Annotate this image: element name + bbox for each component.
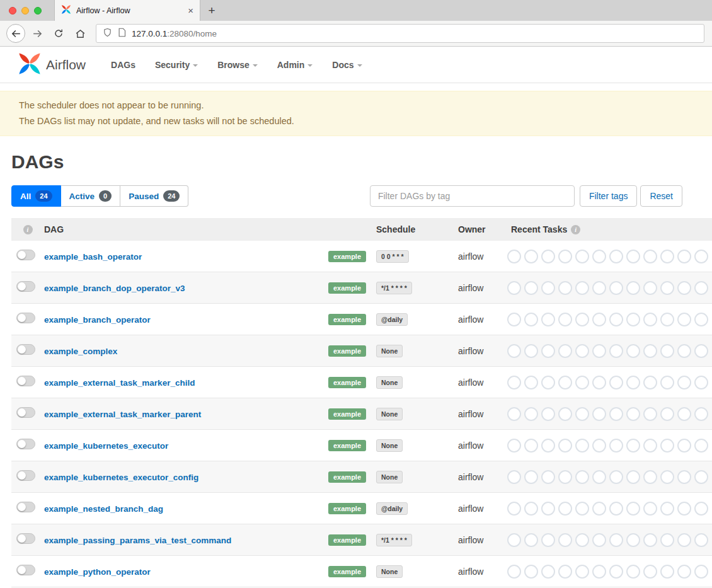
dag-tag-cell: example: [306, 313, 369, 325]
task-state-circle: [507, 344, 521, 358]
task-state-circle: [694, 502, 708, 516]
dag-tag-badge[interactable]: example: [328, 566, 366, 577]
task-state-circle: [694, 439, 708, 453]
tab-count-badge: 24: [163, 190, 180, 202]
tab-active[interactable]: Active 0: [61, 185, 121, 207]
app-header: Airflow DAGs Security Browse Admin Docs: [0, 47, 712, 83]
dag-link[interactable]: example_python_operator: [44, 567, 151, 577]
shield-icon[interactable]: [103, 28, 112, 39]
dag-pause-toggle[interactable]: [16, 376, 35, 386]
dag-name-cell: example_branch_operator: [44, 314, 306, 325]
task-state-circle: [575, 439, 589, 453]
forward-button[interactable]: [28, 24, 47, 43]
dag-tag-badge[interactable]: example: [328, 251, 366, 262]
page-info-icon[interactable]: [118, 28, 126, 39]
browser-tab[interactable]: Airflow - Airflow ×: [54, 0, 200, 21]
dag-pause-toggle[interactable]: [16, 344, 35, 355]
dag-tag-cell: example: [306, 502, 369, 514]
task-state-circle: [643, 565, 657, 579]
recent-tasks-cell: [507, 344, 712, 358]
banner-line-2: The DAGs list may not update, and new ta…: [19, 113, 693, 129]
info-icon[interactable]: i: [23, 225, 33, 234]
dag-link[interactable]: example_kubernetes_executor: [44, 441, 168, 451]
dag-tag-badge[interactable]: example: [328, 408, 366, 420]
nav-item-label: Admin: [277, 60, 305, 70]
dag-link[interactable]: example_external_task_marker_child: [44, 378, 195, 388]
dag-link[interactable]: example_nested_branch_dag: [44, 504, 163, 514]
task-state-circle: [609, 533, 623, 547]
dag-link[interactable]: example_passing_params_via_test_command: [44, 536, 231, 545]
dag-tag-badge[interactable]: example: [328, 534, 366, 546]
info-icon[interactable]: i: [571, 225, 580, 234]
task-state-circle: [507, 407, 521, 421]
nav-item-docs[interactable]: Docs: [332, 60, 362, 70]
tab-count-badge: 0: [99, 190, 112, 202]
dag-link[interactable]: example_bash_operator: [44, 252, 142, 262]
close-window-button[interactable]: [9, 7, 16, 14]
dag-link[interactable]: example_branch_operator: [44, 315, 151, 325]
dag-link[interactable]: example_branch_dop_operator_v3: [44, 284, 185, 293]
url-bar[interactable]: 127.0.0.1:28080/home: [96, 24, 704, 43]
dag-link[interactable]: example_kubernetes_executor_config: [44, 473, 198, 482]
recent-tasks-cell: [507, 281, 712, 295]
dag-name-cell: example_kubernetes_executor_config: [44, 471, 306, 483]
dag-tag-badge[interactable]: example: [328, 314, 366, 325]
close-tab-icon[interactable]: ×: [188, 5, 193, 16]
dag-pause-toggle[interactable]: [16, 407, 35, 418]
dag-toggle-cell: [11, 313, 44, 326]
reset-button[interactable]: Reset: [640, 185, 682, 207]
owner-cell: airflow: [454, 535, 507, 545]
task-state-circle: [609, 565, 623, 579]
dag-pause-toggle[interactable]: [16, 565, 35, 575]
dag-pause-toggle[interactable]: [16, 250, 35, 260]
nav-item-dags[interactable]: DAGs: [111, 60, 135, 70]
nav-item-security[interactable]: Security: [155, 60, 198, 70]
task-state-circle: [592, 533, 606, 547]
dag-tag-badge[interactable]: example: [328, 471, 366, 483]
task-state-circle: [541, 313, 555, 326]
dag-tag-badge[interactable]: example: [328, 503, 366, 514]
nav-item-admin[interactable]: Admin: [277, 60, 313, 70]
task-state-circle: [677, 344, 691, 358]
dag-tag-badge[interactable]: example: [328, 345, 366, 357]
filter-dags-input[interactable]: [370, 185, 575, 207]
dag-schedule-cell: */1 * * * *: [369, 534, 454, 546]
task-state-circle: [677, 439, 691, 453]
dag-tag-badge[interactable]: example: [328, 282, 366, 294]
dag-row: example_branch_dop_operator_v3 example *…: [11, 272, 712, 304]
recent-tasks-cell: [507, 439, 712, 453]
owner-cell: airflow: [454, 283, 507, 293]
back-button[interactable]: [6, 24, 25, 43]
dag-pause-toggle[interactable]: [16, 313, 35, 323]
task-state-circle: [677, 313, 691, 326]
toggle-knob: [18, 377, 26, 385]
dag-pause-toggle[interactable]: [16, 533, 35, 544]
home-button[interactable]: [71, 24, 89, 43]
zoom-window-button[interactable]: [34, 7, 42, 14]
new-tab-button[interactable]: +: [200, 0, 223, 21]
task-state-circle: [660, 313, 674, 326]
minimize-window-button[interactable]: [21, 7, 29, 14]
task-state-circle: [592, 281, 606, 295]
task-state-circle: [575, 344, 589, 358]
tab-paused[interactable]: Paused 24: [120, 185, 188, 207]
nav-item-browse[interactable]: Browse: [217, 60, 258, 70]
dag-toggle-cell: [11, 376, 44, 389]
dag-link[interactable]: example_complex: [44, 347, 117, 356]
task-state-circle: [541, 470, 555, 484]
task-state-circle: [626, 407, 640, 421]
dag-link[interactable]: example_external_task_marker_parent: [44, 410, 201, 419]
filter-tags-button[interactable]: Filter tags: [580, 185, 637, 207]
chevron-down-icon: [357, 64, 362, 67]
dag-pause-toggle[interactable]: [16, 470, 35, 481]
dag-pause-toggle[interactable]: [16, 281, 35, 292]
dag-pause-toggle[interactable]: [16, 502, 35, 512]
dag-tag-badge[interactable]: example: [328, 440, 366, 451]
tab-all[interactable]: All 24: [11, 185, 61, 207]
reload-button[interactable]: [49, 24, 68, 43]
task-state-circle: [541, 344, 555, 358]
dag-pause-toggle[interactable]: [16, 439, 35, 449]
task-state-circle: [524, 502, 538, 516]
dag-tag-badge[interactable]: example: [328, 377, 366, 388]
airflow-brand[interactable]: Airflow: [18, 52, 86, 78]
